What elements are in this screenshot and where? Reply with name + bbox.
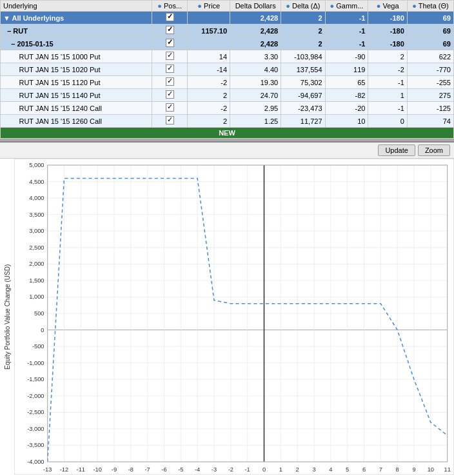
option-checkbox[interactable] bbox=[152, 76, 188, 89]
option-vega: -1 bbox=[368, 102, 407, 115]
option-theta: 74 bbox=[407, 115, 453, 128]
option-price: 2 bbox=[188, 89, 230, 102]
svg-text:5,000: 5,000 bbox=[29, 162, 44, 168]
date-checkbox[interactable] bbox=[152, 37, 188, 50]
svg-text:1,000: 1,000 bbox=[29, 294, 44, 301]
date-delta: 2 bbox=[281, 37, 325, 50]
svg-text:500: 500 bbox=[34, 310, 44, 317]
option-delta: -103,984 bbox=[281, 50, 325, 63]
option-delta-dollars: 1.25 bbox=[230, 115, 281, 128]
row-rut: – RUT 1157.10 2,428 2 -1 -180 69 bbox=[1, 25, 454, 37]
svg-text:-1: -1 bbox=[245, 466, 250, 473]
option-price: -14 bbox=[188, 63, 230, 76]
option-checkbox[interactable] bbox=[152, 102, 188, 115]
option-delta-dollars: 4.40 bbox=[230, 63, 281, 76]
date-vega: -180 bbox=[368, 37, 407, 50]
chart-area: 5,000 4,500 4,000 3,500 3,000 2,500 2,00… bbox=[14, 159, 454, 475]
option-checkbox[interactable] bbox=[152, 50, 188, 63]
svg-text:-3,000: -3,000 bbox=[27, 426, 44, 432]
svg-text:-12: -12 bbox=[60, 466, 68, 473]
date-theta: 69 bbox=[407, 37, 453, 50]
option-theta: 622 bbox=[407, 50, 453, 63]
option-price: 14 bbox=[188, 50, 230, 63]
svg-text:3,000: 3,000 bbox=[29, 228, 44, 234]
option-checkbox[interactable] bbox=[152, 89, 188, 102]
svg-text:11: 11 bbox=[444, 466, 450, 473]
option-gamma: 65 bbox=[325, 76, 368, 89]
rut-theta: 69 bbox=[407, 25, 453, 37]
table-row: RUT JAN 15 '15 1000 Put 14 3.30 -103,984… bbox=[1, 50, 454, 63]
chart-wrapper: Equity Portfolio Value Change (USD) bbox=[0, 159, 454, 475]
date-price bbox=[188, 37, 230, 50]
date-delta-dollars: 2,428 bbox=[230, 37, 281, 50]
svg-text:-3: -3 bbox=[212, 466, 217, 473]
col-header-delta-dollars: Delta Dollars bbox=[230, 1, 281, 12]
option-gamma: -20 bbox=[325, 102, 368, 115]
col-header-underlying: Underlying bbox=[1, 1, 152, 12]
option-delta: 11,727 bbox=[281, 115, 325, 128]
table-row: RUT JAN 15 '15 1240 Call -2 2.95 -23,473… bbox=[1, 102, 454, 115]
svg-text:2,500: 2,500 bbox=[29, 244, 44, 251]
rut-price: 1157.10 bbox=[188, 25, 230, 37]
rut-delta: 2 bbox=[281, 25, 325, 37]
rut-delta-dollars: 2,428 bbox=[230, 25, 281, 37]
date-label: – 2015-01-15 bbox=[1, 37, 152, 50]
date-gamma: -1 bbox=[325, 37, 368, 50]
svg-text:4: 4 bbox=[329, 466, 332, 473]
rut-label: – RUT bbox=[1, 25, 152, 37]
option-theta: -125 bbox=[407, 102, 453, 115]
svg-text:3: 3 bbox=[312, 466, 315, 473]
option-delta: 137,554 bbox=[281, 63, 325, 76]
svg-text:-9: -9 bbox=[112, 466, 117, 473]
option-checkbox[interactable] bbox=[152, 63, 188, 76]
rut-expand-icon[interactable]: – bbox=[7, 27, 11, 35]
option-label: RUT JAN 15 '15 1260 Call bbox=[1, 115, 152, 128]
expand-icon[interactable]: ▼ bbox=[3, 14, 10, 22]
option-delta: -23,473 bbox=[281, 102, 325, 115]
option-gamma: 119 bbox=[325, 63, 368, 76]
svg-text:0: 0 bbox=[262, 466, 266, 473]
row-date: – 2015-01-15 2,428 2 -1 -180 69 bbox=[1, 37, 454, 50]
option-delta: -94,697 bbox=[281, 89, 325, 102]
option-price: -2 bbox=[188, 102, 230, 115]
svg-text:-2,500: -2,500 bbox=[27, 409, 44, 415]
svg-text:2: 2 bbox=[296, 466, 299, 473]
svg-text:3,500: 3,500 bbox=[29, 212, 44, 218]
option-theta: -770 bbox=[407, 63, 453, 76]
new-label[interactable]: NEW bbox=[1, 128, 454, 139]
option-price: -2 bbox=[188, 76, 230, 89]
svg-text:-11: -11 bbox=[77, 466, 85, 473]
svg-text:1: 1 bbox=[279, 466, 282, 473]
table-row: RUT JAN 15 '15 1260 Call 2 1.25 11,727 1… bbox=[1, 115, 454, 128]
option-gamma: -90 bbox=[325, 50, 368, 63]
option-checkbox[interactable] bbox=[152, 115, 188, 128]
row-all-underlyings: ▼ All Underlyings 2,428 2 -1 -180 69 bbox=[1, 12, 454, 25]
option-gamma: -82 bbox=[325, 89, 368, 102]
svg-text:-6: -6 bbox=[161, 466, 166, 473]
col-header-vega: ● Vega bbox=[368, 1, 407, 12]
date-expand-icon[interactable]: – bbox=[11, 40, 15, 48]
svg-text:5: 5 bbox=[346, 466, 349, 473]
option-theta: -255 bbox=[407, 76, 453, 89]
svg-text:4,000: 4,000 bbox=[29, 195, 44, 201]
option-vega: 1 bbox=[368, 89, 407, 102]
chart-svg: 5,000 4,500 4,000 3,500 3,000 2,500 2,00… bbox=[14, 159, 454, 475]
all-underlyings-checkbox[interactable] bbox=[152, 12, 188, 25]
new-row[interactable]: NEW bbox=[1, 128, 454, 139]
svg-text:-1,000: -1,000 bbox=[27, 360, 44, 366]
zoom-button[interactable]: Zoom bbox=[418, 144, 450, 156]
chart-section: Update Zoom Equity Portfolio Value Chang… bbox=[0, 141, 454, 475]
table-row: RUT JAN 15 '15 1020 Put -14 4.40 137,554… bbox=[1, 63, 454, 76]
all-underlyings-vega: -180 bbox=[368, 12, 407, 25]
option-delta: 75,302 bbox=[281, 76, 325, 89]
option-label: RUT JAN 15 '15 1120 Put bbox=[1, 76, 152, 89]
svg-text:1,500: 1,500 bbox=[29, 277, 44, 284]
all-underlyings-delta-dollars: 2,428 bbox=[230, 12, 281, 25]
svg-text:4,500: 4,500 bbox=[29, 179, 44, 185]
svg-text:-1,500: -1,500 bbox=[27, 376, 44, 382]
update-button[interactable]: Update bbox=[378, 144, 415, 156]
positions-table: Underlying ● Pos... ● Price Delta Dollar… bbox=[0, 0, 454, 139]
option-vega: 0 bbox=[368, 115, 407, 128]
option-delta-dollars: 19.30 bbox=[230, 76, 281, 89]
rut-checkbox[interactable] bbox=[152, 25, 188, 37]
